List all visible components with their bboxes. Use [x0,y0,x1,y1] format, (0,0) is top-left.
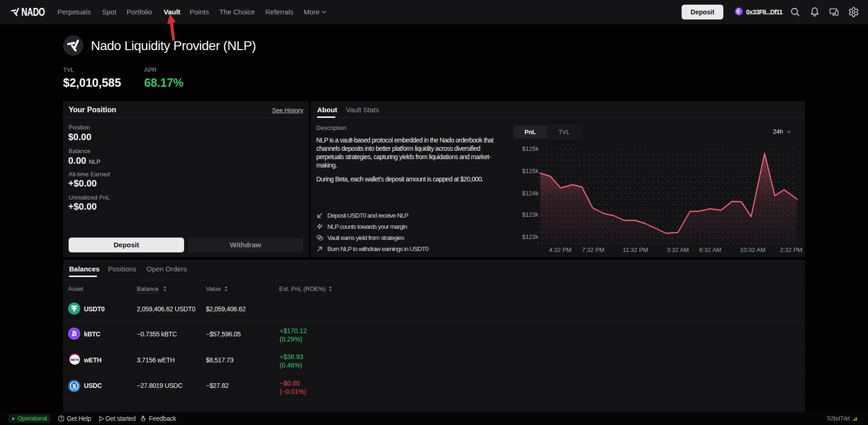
svg-text:$: $ [72,383,76,390]
svg-text:WETH: WETH [70,358,79,361]
